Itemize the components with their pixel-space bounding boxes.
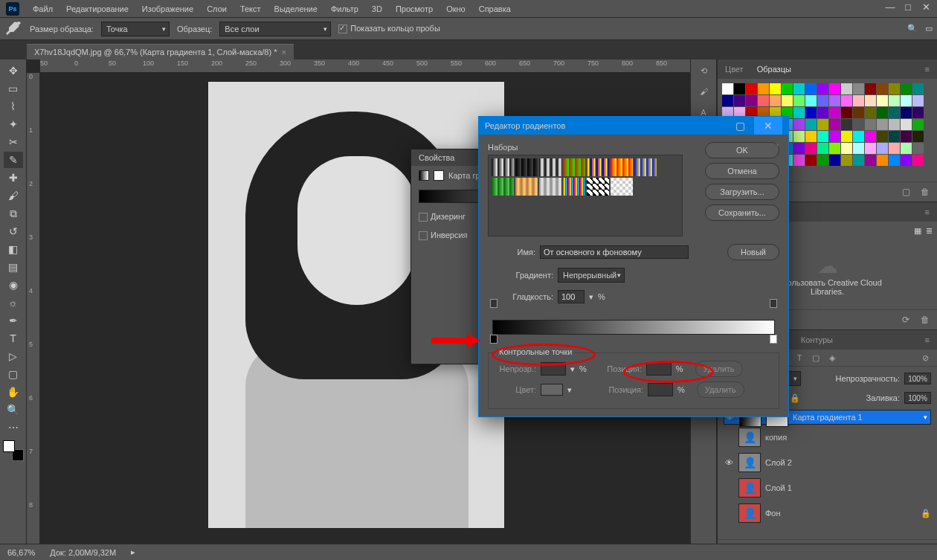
swatch[interactable] [889, 107, 900, 118]
swatch[interactable] [841, 131, 852, 142]
stop-color-well[interactable] [541, 384, 563, 396]
layer-2[interactable]: 👁 👤 Слой 2 [724, 450, 931, 475]
visibility-icon[interactable]: 👁 [724, 458, 734, 467]
swatch[interactable] [901, 107, 912, 118]
grid-view-icon[interactable]: ▦ [914, 226, 921, 236]
swatch[interactable] [853, 143, 864, 154]
pen-tool[interactable]: ✒ [4, 312, 23, 329]
swatch[interactable] [841, 119, 852, 130]
swatch[interactable] [817, 131, 828, 142]
history-icon[interactable]: ⟲ [697, 64, 710, 77]
lasso-tool[interactable]: ⌇ [4, 98, 23, 115]
swatch[interactable] [829, 131, 840, 142]
swatch[interactable] [841, 95, 852, 106]
swatch[interactable] [734, 83, 745, 94]
ok-button[interactable]: OK [705, 142, 779, 158]
swatch[interactable] [912, 131, 924, 142]
swatch[interactable] [817, 155, 828, 166]
swatch[interactable] [901, 83, 912, 94]
list-view-icon[interactable]: ≣ [926, 226, 933, 236]
fgbg-swatch[interactable] [3, 440, 24, 461]
swatch[interactable] [865, 155, 876, 166]
new-swatch-icon[interactable]: ▢ [898, 185, 913, 199]
swatch[interactable] [805, 143, 817, 154]
menu-window[interactable]: Окно [446, 4, 466, 13]
swatch[interactable] [889, 155, 900, 166]
hand-tool[interactable]: ✋ [4, 384, 23, 400]
menu-3d[interactable]: 3D [372, 4, 382, 13]
name-input[interactable] [540, 245, 689, 259]
zoom-level[interactable]: 66,67% [7, 548, 35, 557]
fill-input[interactable] [904, 392, 931, 404]
swatch[interactable] [829, 107, 840, 118]
sample-layers-select[interactable]: Все слои [219, 22, 331, 36]
show-ring-checkbox[interactable]: Показать кольцо пробы [338, 24, 440, 33]
swatch[interactable] [841, 155, 852, 166]
layer-copy[interactable]: 👤 копия [724, 425, 931, 450]
swatch[interactable] [865, 83, 876, 94]
swatch[interactable] [758, 95, 769, 106]
search-icon[interactable]: 🔍 [907, 24, 918, 33]
swatch[interactable] [912, 107, 924, 118]
shape-tool[interactable]: ▢ [4, 366, 23, 382]
swatch[interactable] [734, 95, 745, 106]
edit-toolbar[interactable]: ⋯ [4, 419, 23, 436]
panel-menu-icon[interactable]: ≡ [924, 205, 931, 219]
swatch[interactable] [889, 83, 900, 94]
swatch[interactable] [722, 83, 733, 94]
gradient-type-select[interactable]: Непрерывный [558, 268, 625, 283]
opacity-stop-left[interactable] [490, 299, 498, 308]
menu-layer[interactable]: Слои [207, 4, 227, 13]
swatch[interactable] [877, 155, 888, 166]
swatch[interactable] [793, 107, 805, 118]
swatch[interactable] [805, 95, 817, 106]
swatches-tab[interactable]: Образцы [756, 62, 793, 77]
save-button[interactable]: Сохранить... [705, 205, 779, 221]
swatch[interactable] [793, 83, 805, 94]
swatch[interactable] [901, 131, 912, 142]
swatch[interactable] [829, 83, 840, 94]
swatch[interactable] [865, 143, 876, 154]
swatch[interactable] [877, 143, 888, 154]
wand-tool[interactable]: ✦ [4, 116, 23, 132]
crop-tool[interactable]: ✂ [4, 134, 23, 150]
gradient-preset[interactable] [634, 158, 657, 176]
swatch[interactable] [853, 119, 864, 130]
swatch[interactable] [877, 119, 888, 130]
swatch[interactable] [841, 107, 852, 118]
layer-bg[interactable]: 👤 Фон 🔒 [724, 501, 931, 526]
workspace-icon[interactable]: ▭ [925, 24, 933, 33]
invert-checkbox[interactable]: Инверсия [419, 231, 468, 240]
swatch[interactable] [829, 95, 840, 106]
dialog-maximize-icon[interactable]: ▢ [726, 117, 754, 135]
swatch[interactable] [722, 95, 733, 106]
swatch[interactable] [793, 119, 805, 130]
swatch[interactable] [901, 95, 912, 106]
type-tool[interactable]: T [4, 330, 23, 347]
opacity-stop-right[interactable] [770, 299, 777, 308]
gradient-preset[interactable] [539, 178, 561, 196]
swatch[interactable] [793, 131, 805, 142]
delete-icon[interactable]: 🗑 [918, 313, 933, 326]
swatch[interactable] [782, 83, 793, 94]
swatch[interactable] [829, 143, 840, 154]
lock-all-icon[interactable]: 🔒 [789, 392, 801, 404]
gradient-preset[interactable] [587, 178, 609, 196]
gradient-preset[interactable] [563, 158, 585, 176]
eyedropper-icon[interactable] [4, 20, 22, 38]
swatch[interactable] [805, 107, 817, 118]
swatch[interactable] [865, 95, 876, 106]
document-tab[interactable]: X7hv18JqdQM.jpg @ 66,7% (Карта градиента… [27, 44, 294, 59]
swatch[interactable] [865, 131, 876, 142]
stop-pos-input-2[interactable] [648, 383, 673, 396]
move-tool[interactable]: ✥ [4, 62, 23, 79]
sample-size-select[interactable]: Точка [101, 22, 170, 36]
swatch[interactable] [805, 119, 817, 130]
swatch[interactable] [889, 119, 900, 130]
stamp-tool[interactable]: ⧉ [4, 205, 23, 222]
dodge-tool[interactable]: ☼ [4, 295, 23, 311]
swatch[interactable] [889, 131, 900, 142]
gradient-preset[interactable] [515, 158, 538, 176]
swatch[interactable] [853, 83, 864, 94]
swatch[interactable] [805, 131, 817, 142]
